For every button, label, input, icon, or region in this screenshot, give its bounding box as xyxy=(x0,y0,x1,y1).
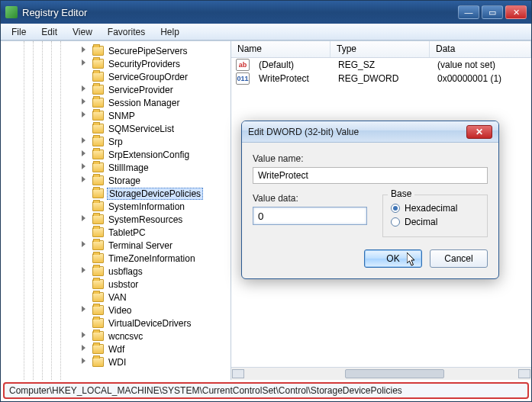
tree-item[interactable]: WDI xyxy=(24,355,231,368)
titlebar[interactable]: Registry Editor — ▭ ✕ xyxy=(1,1,531,24)
tree-item-label: StillImage xyxy=(107,162,150,173)
folder-icon xyxy=(92,240,104,250)
tree-item[interactable]: VirtualDeviceDrivers xyxy=(24,317,231,330)
radio-hexadecimal[interactable]: Hexadecimal xyxy=(391,203,479,214)
folder-icon xyxy=(92,214,104,224)
mouse-cursor-icon xyxy=(407,252,418,268)
col-name[interactable]: Name xyxy=(231,41,330,57)
tree-item-label: Terminal Server xyxy=(107,240,174,251)
tree-item[interactable]: SystemInformation xyxy=(24,200,231,213)
expand-icon[interactable] xyxy=(82,267,85,273)
tree-item[interactable]: ServiceProvider xyxy=(24,83,231,96)
scroll-thumb[interactable] xyxy=(345,369,444,378)
folder-icon xyxy=(92,292,104,302)
folder-icon xyxy=(92,279,104,289)
value-row[interactable]: 011WriteProtectREG_DWORD0x00000001 (1) xyxy=(231,72,531,85)
expand-icon[interactable] xyxy=(82,85,85,92)
tree-item[interactable]: Storage xyxy=(24,174,231,187)
cancel-button[interactable]: Cancel xyxy=(430,249,488,268)
tree-item[interactable]: Terminal Server xyxy=(24,239,231,252)
menu-favorites[interactable]: Favorites xyxy=(100,25,153,39)
tree-item[interactable]: SrpExtensionConfig xyxy=(24,148,231,161)
tree-item[interactable]: Srp xyxy=(24,135,231,148)
tree-item[interactable]: SQMServiceList xyxy=(24,122,231,135)
expand-icon[interactable] xyxy=(82,215,85,221)
expand-icon[interactable] xyxy=(82,137,85,143)
tree-item[interactable]: wcncsvc xyxy=(24,330,231,343)
radio-dec-label: Decimal xyxy=(405,217,437,227)
folder-icon xyxy=(92,318,104,328)
dialog-close-button[interactable]: ✕ xyxy=(466,125,492,139)
close-button[interactable]: ✕ xyxy=(505,5,527,19)
col-type[interactable]: Type xyxy=(330,41,430,57)
maximize-button[interactable]: ▭ xyxy=(482,5,503,19)
tree-item[interactable]: SNMP xyxy=(24,109,231,122)
tree-pane[interactable]: SecurePipeServersSecurityProvidersServic… xyxy=(1,41,231,380)
folder-icon xyxy=(92,305,104,315)
menu-help[interactable]: Help xyxy=(153,25,187,39)
menubar: File Edit View Favorites Help xyxy=(1,24,531,40)
expand-icon[interactable] xyxy=(82,332,85,338)
expand-icon[interactable] xyxy=(82,345,85,351)
expand-icon[interactable] xyxy=(82,306,85,312)
folder-icon xyxy=(92,175,104,185)
menu-view[interactable]: View xyxy=(65,25,100,39)
tree-item-label: TimeZoneInformation xyxy=(107,253,197,264)
folder-icon xyxy=(92,72,104,82)
tree-item[interactable]: usbflags xyxy=(24,265,231,278)
expand-icon[interactable] xyxy=(82,59,85,66)
expand-icon[interactable] xyxy=(82,358,85,364)
minimize-button[interactable]: — xyxy=(458,5,479,19)
tree-item[interactable]: SecurePipeServers xyxy=(24,44,231,57)
scroll-left-icon[interactable] xyxy=(232,369,244,378)
tree-item[interactable]: SecurityProviders xyxy=(24,57,231,70)
radio-decimal[interactable]: Decimal xyxy=(391,217,479,227)
expand-icon[interactable] xyxy=(82,241,85,247)
edit-dword-dialog: Edit DWORD (32-bit) Value ✕ Value name: … xyxy=(241,121,499,279)
dialog-titlebar[interactable]: Edit DWORD (32-bit) Value ✕ xyxy=(242,121,498,143)
menu-edit[interactable]: Edit xyxy=(34,25,65,39)
tree-item-label: SQMServiceList xyxy=(107,124,176,134)
folder-icon xyxy=(92,59,104,69)
tree-item[interactable]: TabletPC xyxy=(24,226,231,239)
expand-icon[interactable] xyxy=(82,47,85,53)
value-data-label: Value data: xyxy=(253,193,367,204)
tree-item-label: StorageDevicePolicies xyxy=(107,188,203,200)
tree-item[interactable]: ServiceGroupOrder xyxy=(24,70,231,83)
value-data-input[interactable] xyxy=(253,207,367,225)
tree-item[interactable]: TimeZoneInformation xyxy=(24,252,231,265)
horizontal-scrollbar[interactable] xyxy=(231,367,531,380)
tree-item[interactable]: VAN xyxy=(24,291,231,304)
folder-icon xyxy=(92,98,104,108)
window-title: Registry Editor xyxy=(22,7,458,18)
folder-icon xyxy=(92,111,104,121)
tree-item[interactable]: Session Manager xyxy=(24,96,231,109)
tree-item-label: SecurityProviders xyxy=(107,59,182,69)
tree-item-label: ServiceProvider xyxy=(107,85,175,95)
tree-item[interactable]: SystemResources xyxy=(24,213,231,226)
expand-icon[interactable] xyxy=(82,150,85,156)
tree-item[interactable]: Video xyxy=(24,304,231,317)
tree-item[interactable]: Wdf xyxy=(24,343,231,355)
expand-icon[interactable] xyxy=(82,111,85,117)
expand-icon[interactable] xyxy=(82,98,85,105)
expand-icon[interactable] xyxy=(82,176,85,182)
folder-icon xyxy=(92,253,104,263)
value-row[interactable]: ab(Default)REG_SZ(value not set) xyxy=(231,58,531,72)
col-data[interactable]: Data xyxy=(430,41,531,57)
tree-item[interactable]: StillImage xyxy=(24,161,231,174)
menu-file[interactable]: File xyxy=(4,25,34,39)
tree-item[interactable]: usbstor xyxy=(24,278,231,291)
tree-item[interactable]: StorageDevicePolicies xyxy=(24,187,231,200)
tree-item-label: SrpExtensionConfig xyxy=(107,150,191,160)
scroll-right-icon[interactable] xyxy=(518,369,530,378)
folder-icon xyxy=(92,266,104,276)
dialog-title: Edit DWORD (32-bit) Value xyxy=(248,127,466,137)
folder-icon xyxy=(92,137,104,146)
expand-icon[interactable] xyxy=(82,163,85,169)
value-type: REG_DWORD xyxy=(332,72,431,85)
list-header[interactable]: Name Type Data xyxy=(231,41,531,58)
tree-item-label: VAN xyxy=(107,292,128,303)
tree-item-label: usbstor xyxy=(107,279,140,290)
tree-item-label: Wdf xyxy=(107,344,126,355)
